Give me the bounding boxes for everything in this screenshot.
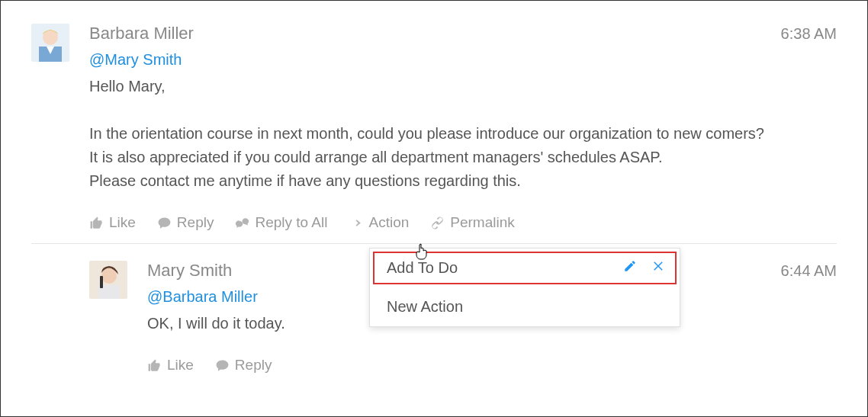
arrow-right-icon — [349, 216, 363, 230]
dropdown-item-new-action[interactable]: New Action — [370, 287, 680, 326]
permalink-label: Permalink — [450, 214, 514, 231]
reply-all-label: Reply to All — [255, 214, 327, 231]
speech-bubble-icon — [215, 358, 230, 373]
reply-button[interactable]: Reply — [215, 357, 272, 374]
post-actions: Like Reply Reply to All Action Permalink — [89, 214, 837, 231]
mention-link[interactable]: @Barbara Miller — [147, 288, 258, 306]
svg-point-4 — [101, 268, 117, 284]
action-button[interactable]: Action — [349, 214, 409, 231]
permalink-button[interactable]: Permalink — [430, 214, 514, 231]
like-button[interactable]: Like — [147, 357, 194, 374]
post-author[interactable]: Barbara Miller — [89, 24, 194, 43]
divider — [31, 243, 837, 244]
close-icon[interactable] — [652, 259, 666, 276]
avatar[interactable] — [31, 24, 69, 62]
reply-label: Reply — [177, 214, 214, 231]
like-button[interactable]: Like — [89, 214, 136, 231]
link-icon — [430, 216, 445, 230]
action-label: Action — [368, 214, 409, 231]
speech-bubble-icon — [157, 216, 172, 230]
svg-rect-6 — [100, 276, 103, 288]
post-timestamp: 6:44 AM — [781, 262, 837, 280]
thumbs-up-icon — [89, 216, 104, 230]
edit-icon[interactable] — [623, 259, 637, 276]
reply-label: Reply — [235, 357, 272, 374]
like-label: Like — [109, 214, 136, 231]
reply-button[interactable]: Reply — [157, 214, 214, 231]
action-dropdown: Add To Do New Action — [369, 248, 680, 327]
speech-bubbles-icon — [235, 216, 249, 230]
post-body: Hello Mary, In the orientation course in… — [89, 75, 837, 193]
post-author[interactable]: Mary Smith — [147, 261, 232, 281]
avatar[interactable] — [89, 261, 127, 299]
reply-all-button[interactable]: Reply to All — [235, 214, 327, 231]
post-actions: Like Reply — [147, 357, 837, 374]
like-label: Like — [167, 357, 194, 374]
thumbs-up-icon — [147, 358, 162, 373]
post: Barbara Miller 6:38 AM @Mary Smith Hello… — [31, 24, 837, 231]
post-timestamp: 6:38 AM — [781, 25, 837, 43]
mention-link[interactable]: @Mary Smith — [89, 51, 182, 69]
